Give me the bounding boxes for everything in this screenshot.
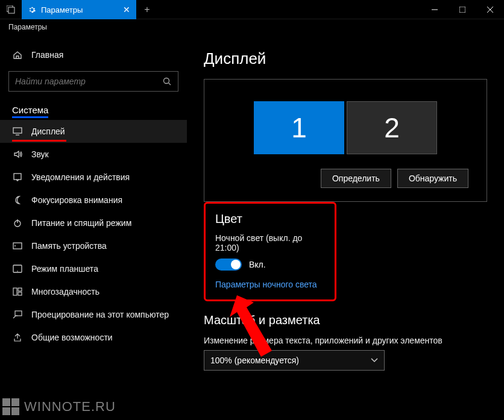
multitask-icon <box>12 286 23 297</box>
scale-value: 100% (рекомендуется) <box>210 356 299 365</box>
app-header: Параметры <box>0 19 504 37</box>
window-controls <box>421 0 504 19</box>
toggle-state-text: Вкл. <box>249 260 266 269</box>
category-label: Система <box>12 105 48 115</box>
svg-rect-20 <box>15 311 22 316</box>
monitor-arrangement: 1 2 Определить Обнаружить <box>204 79 487 202</box>
monitor-1[interactable]: 1 <box>254 101 344 154</box>
sidebar-item-projecting[interactable]: Проецирование на этот компьютер <box>0 303 187 326</box>
main-content: Дисплей 1 2 Определить Обнаружить Цвет Н… <box>187 37 504 420</box>
sound-icon <box>12 149 23 160</box>
svg-point-14 <box>14 245 16 246</box>
sidebar-item-label: Фокусировка внимания <box>31 195 122 205</box>
sidebar-item-label: Режим планшета <box>31 264 98 274</box>
sidebar-item-storage[interactable]: Память устройства <box>0 234 187 257</box>
svg-rect-3 <box>459 7 465 13</box>
moon-icon <box>12 195 23 205</box>
sidebar-item-label: Питание и спящий режим <box>31 218 131 228</box>
svg-rect-8 <box>13 128 22 133</box>
titlebar: Параметры ✕ + <box>0 0 504 19</box>
sidebar-item-label: Уведомления и действия <box>31 172 130 182</box>
display-icon <box>12 126 23 137</box>
identify-button[interactable]: Определить <box>321 169 391 188</box>
svg-point-16 <box>17 271 18 272</box>
home-icon <box>12 49 23 60</box>
scale-field-label: Изменение размера текста, приложений и д… <box>204 336 487 345</box>
sidebar-item-multitask[interactable]: Многозадачность <box>0 280 187 303</box>
svg-rect-1 <box>8 7 14 13</box>
section-color-title: Цвет <box>215 212 325 226</box>
scale-select[interactable]: 100% (рекомендуется) <box>204 350 385 371</box>
search-icon <box>162 77 172 86</box>
tab-label: Параметры <box>41 5 83 14</box>
sidebar-item-notifications[interactable]: Уведомления и действия <box>0 166 187 189</box>
sidebar-item-power[interactable]: Питание и спящий режим <box>0 212 187 234</box>
sidebar: Главная Система Дисплей Звук Уведомления… <box>0 37 187 420</box>
sidebar-category[interactable]: Система <box>0 100 187 120</box>
sidebar-item-label: Общие возможности <box>31 333 113 342</box>
svg-rect-18 <box>18 288 22 291</box>
project-icon <box>12 309 23 320</box>
search-box[interactable] <box>8 71 178 92</box>
sidebar-item-label: Память устройства <box>31 241 107 251</box>
page-title: Дисплей <box>204 49 487 68</box>
new-tab-button[interactable]: + <box>136 0 158 19</box>
sidebar-item-label: Проецирование на этот компьютер <box>31 310 169 319</box>
close-tab-icon[interactable]: ✕ <box>123 5 130 14</box>
sidebar-item-tablet[interactable]: Режим планшета <box>0 257 187 280</box>
sidebar-home[interactable]: Главная <box>0 43 187 66</box>
sidebar-home-label: Главная <box>31 50 63 60</box>
tab-settings[interactable]: Параметры ✕ <box>22 0 136 19</box>
toggle-thumb <box>231 260 241 269</box>
close-button[interactable] <box>476 0 504 19</box>
svg-rect-10 <box>14 174 21 180</box>
minimize-button[interactable] <box>421 0 449 19</box>
color-section-highlight: Цвет Ночной свет (выкл. до 21:00) Вкл. П… <box>204 202 336 301</box>
svg-rect-19 <box>18 292 22 295</box>
sidebar-item-sound[interactable]: Звук <box>0 143 187 166</box>
notifications-icon <box>12 172 23 183</box>
watermark: WINNOTE.RU <box>2 398 116 415</box>
svg-rect-17 <box>13 288 17 295</box>
nightlight-label: Ночной свет (выкл. до 21:00) <box>215 233 325 252</box>
sidebar-item-label: Звук <box>31 149 49 159</box>
watermark-text: WINNOTE.RU <box>24 399 116 415</box>
share-icon <box>12 332 23 343</box>
sidebar-item-display[interactable]: Дисплей <box>0 120 187 143</box>
svg-point-6 <box>164 78 169 84</box>
sidebar-item-label: Многозадачность <box>31 287 99 296</box>
cascade-icon[interactable] <box>0 0 22 19</box>
nightlight-settings-link[interactable]: Параметры ночного света <box>215 280 317 289</box>
sidebar-item-shared[interactable]: Общие возможности <box>0 326 187 349</box>
detect-button[interactable]: Обнаружить <box>397 169 468 188</box>
tablet-icon <box>12 263 23 274</box>
section-scale-title: Масштаб и разметка <box>204 313 487 327</box>
storage-icon <box>12 240 23 251</box>
sidebar-item-label: Дисплей <box>31 127 65 136</box>
windows-logo-icon <box>2 398 19 415</box>
chevron-down-icon <box>371 358 378 363</box>
search-input[interactable] <box>15 77 162 86</box>
svg-line-7 <box>169 83 171 86</box>
maximize-button[interactable] <box>449 0 476 19</box>
sidebar-item-focus[interactable]: Фокусировка внимания <box>0 189 187 212</box>
power-icon <box>12 218 23 228</box>
monitor-2[interactable]: 2 <box>347 101 437 154</box>
gear-icon <box>28 5 36 14</box>
nightlight-toggle[interactable] <box>215 259 242 271</box>
